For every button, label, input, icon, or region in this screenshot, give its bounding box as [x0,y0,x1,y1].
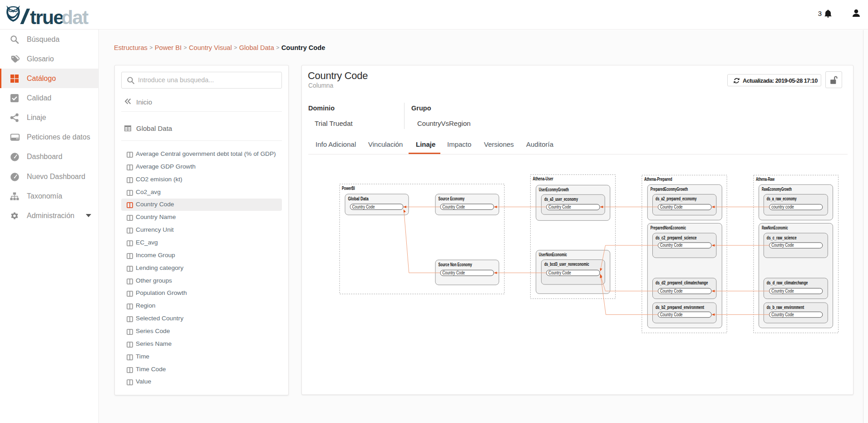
svg-text:true: true [30,7,64,27]
svg-text:dat: dat [61,7,89,27]
